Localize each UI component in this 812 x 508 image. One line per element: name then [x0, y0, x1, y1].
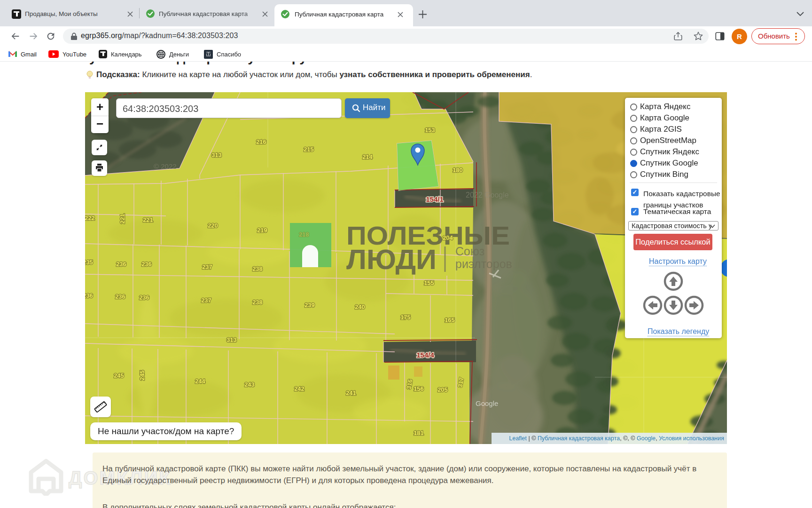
- svg-text:245: 245: [114, 372, 124, 379]
- svg-text:© 2022: © 2022: [154, 162, 177, 170]
- svg-text:ЛЮДИ: ЛЮДИ: [346, 244, 437, 275]
- svg-text:236: 236: [115, 293, 125, 300]
- svg-text:242: 242: [294, 385, 304, 392]
- svg-text:241: 241: [346, 389, 356, 397]
- svg-text:245: 245: [139, 370, 146, 381]
- svg-text:313: 313: [211, 151, 222, 159]
- svg-text:181: 181: [414, 429, 424, 437]
- svg-text:218: 218: [299, 231, 309, 238]
- svg-text:риэлторов: риэлторов: [455, 257, 512, 270]
- svg-text:216: 216: [256, 138, 266, 145]
- svg-text:175: 175: [400, 314, 411, 321]
- svg-text:215: 215: [304, 146, 314, 153]
- svg-text:Google: Google: [476, 399, 498, 407]
- svg-text:239: 239: [304, 302, 315, 309]
- svg-text:2022 Google: 2022 Google: [466, 191, 509, 199]
- svg-text:219: 219: [257, 227, 267, 234]
- svg-text:204: 204: [443, 234, 453, 241]
- svg-text:153: 153: [425, 127, 435, 134]
- svg-text:236: 236: [116, 261, 126, 268]
- svg-text:236: 236: [141, 261, 152, 268]
- svg-text:243: 243: [244, 381, 255, 388]
- svg-text:214: 214: [362, 153, 373, 160]
- svg-text:205: 205: [437, 386, 448, 393]
- svg-text:236: 236: [85, 292, 93, 299]
- svg-text:Союз: Союз: [455, 245, 484, 258]
- svg-text:235: 235: [85, 259, 93, 266]
- svg-text:244: 244: [195, 378, 205, 385]
- svg-text:155: 155: [424, 279, 434, 286]
- svg-text:240: 240: [355, 303, 365, 310]
- svg-text:154/1: 154/1: [426, 195, 444, 203]
- svg-text:165: 165: [445, 317, 455, 324]
- svg-text:221: 221: [119, 214, 126, 224]
- svg-text:220: 220: [208, 222, 218, 229]
- svg-text:222: 222: [85, 214, 95, 222]
- svg-text:237: 237: [201, 297, 211, 304]
- svg-text:237: 237: [202, 263, 212, 270]
- svg-text:154/4: 154/4: [416, 351, 434, 359]
- svg-text:238: 238: [252, 265, 263, 272]
- svg-text:238: 238: [252, 299, 263, 306]
- svg-text:156: 156: [414, 385, 424, 392]
- svg-text:313: 313: [226, 336, 237, 343]
- svg-text:221: 221: [143, 216, 153, 223]
- svg-text:180: 180: [453, 167, 463, 174]
- svg-text:236: 236: [139, 294, 149, 301]
